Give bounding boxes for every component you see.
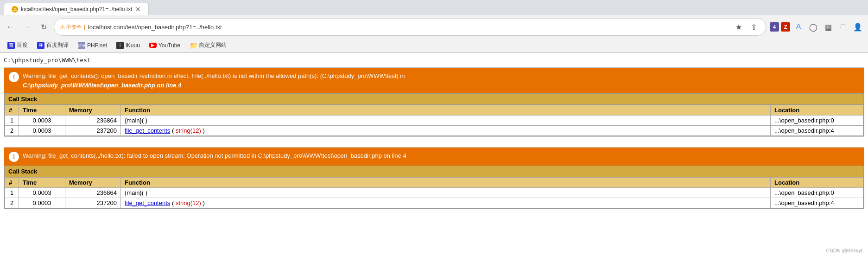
extension-icon-red[interactable]: Z [781,22,790,32]
table-row: 1 0.0003 236864 {main}( ) ...\open_based… [5,116,863,126]
call-stack-table-1: # Time Memory Function Location 1 0.0003… [5,105,863,136]
breadcrumb: C:\phpstudy_pro\WWW\test [4,57,864,64]
bookmark-youtube-label: YouTube [158,42,180,49]
th-num-2: # [5,178,19,188]
back-button[interactable]: ← [4,20,17,33]
function-link[interactable]: file_get_contents [125,127,170,134]
share-button[interactable]: ⇧ [747,20,760,33]
call-stack-table-2: # Time Memory Function Location 1 0.0003… [5,177,863,208]
active-tab[interactable]: ⚠ localhost/test/open_basedir.php?1=../h… [4,3,149,15]
cell-function: file_get_contents ( string(12) ) [121,126,771,136]
warning-text-2: Warning: file_get_contents(../hello.txt)… [23,151,406,161]
cell-function: {main}( ) [121,116,771,126]
bookmarks-bar: 百 百度 译 百度翻译 php PHP.net i iKuuu YouTube [0,39,868,52]
url-text[interactable]: localhost.com/test/open_basedir.php?1=..… [88,24,729,31]
yt-favicon-bg [149,43,157,48]
tab-bar: ⚠ localhost/test/open_basedir.php?1=../h… [0,0,868,15]
address-box: ⚠ 不安全 | localhost.com/test/open_basedir.… [54,18,766,36]
th-location-2: Location [771,178,863,188]
cell-time: 0.0003 [19,116,65,126]
bookmark-ikuuu-label: iKuuu [126,42,140,49]
address-actions: ★ ⇧ [732,20,760,33]
cell-location: ...\open_basedir.php:0 [771,116,863,126]
call-stack-header-1: Call Stack [5,94,863,105]
warning-message-line2-1: C:\phpstudy_pro\WWW\test\open_basedir.ph… [23,82,181,89]
bookmark-custom[interactable]: 📁 自定义网站 [186,40,230,50]
refresh-button[interactable]: ↻ [37,20,50,33]
insecure-label: 不安全 [66,24,82,31]
th-function-1: Function [121,105,771,116]
warning-icon-1: ! [9,72,19,82]
th-memory-1: Memory [65,105,121,116]
cell-memory: 237200 [65,126,121,136]
bookmark-baidu[interactable]: 百 百度 [4,40,32,50]
warning-message-line1-1: Warning: file_get_contents(): open_based… [23,72,405,79]
extensions-button[interactable]: ▦ [822,20,835,33]
window-icon[interactable]: □ [836,20,849,33]
function-arg: string(12) [176,127,201,134]
tab-favicon: ⚠ [12,6,18,13]
warning-header-1: ! Warning: file_get_contents(): open_bas… [4,68,864,93]
cell-num: 2 [5,198,19,208]
page-content: C:\phpstudy_pro\WWW\test ! Warning: file… [0,53,868,218]
table-row: 2 0.0003 237200 file_get_contents ( stri… [5,126,863,136]
forward-button[interactable]: → [20,20,33,33]
youtube-favicon [149,42,157,49]
cell-time: 0.0003 [19,126,65,136]
call-stack-header-2: Call Stack [5,166,863,177]
baidu-favicon: 百 [7,42,15,49]
profile-button[interactable]: 👤 [851,20,864,33]
bookmark-baidu-label: 百度 [17,41,28,49]
function-paren: ( [172,127,176,134]
cell-memory: 236864 [65,116,121,126]
bookmark-custom-label: 自定义网站 [199,41,227,49]
cell-location: ...\open_basedir.php:4 [771,126,863,136]
table-row: 1 0.0003 236864 {main}( ) ...\open_based… [5,188,863,198]
th-time-2: Time [19,178,65,188]
call-stack-section-1: Call Stack # Time Memory Function Locati… [4,93,864,136]
warning-text-1: Warning: file_get_contents(): open_based… [23,71,405,90]
cell-memory: 236864 [65,188,121,198]
insecure-badge: ⚠ 不安全 | [60,24,85,31]
cell-memory: 237200 [65,198,121,208]
bookmark-baidu-translate[interactable]: 译 百度翻译 [33,40,72,50]
tab-title: localhost/test/open_basedir.php?1=../hel… [21,6,133,13]
bookmark-star-button[interactable]: ★ [732,20,745,33]
translate-icon[interactable]: A [792,20,805,33]
bookmark-phpnet[interactable]: php PHP.net [74,41,111,50]
warning-header-2: ! Warning: file_get_contents(../hello.tx… [4,148,864,166]
function-link-2[interactable]: file_get_contents [125,199,170,206]
bookmark-ikuuu[interactable]: i iKuuu [113,41,144,50]
custom-favicon: 📁 [190,42,197,49]
function-close: ) [203,127,204,134]
function-arg-2: string(12) [176,199,201,206]
browser-chrome: ⚠ localhost/test/open_basedir.php?1=../h… [0,0,868,53]
bookmark-baidu-translate-label: 百度翻译 [46,41,69,49]
profile-circle-icon[interactable]: ◯ [807,20,820,33]
table-row: 2 0.0003 237200 file_get_contents ( stri… [5,198,863,208]
phpnet-favicon: php [78,42,85,49]
extension-icon-4[interactable]: 4 [770,22,779,32]
table-header-row-2: # Time Memory Function Location [5,178,863,188]
bookmark-youtube[interactable]: YouTube [146,41,184,50]
warning-block-1: ! Warning: file_get_contents(): open_bas… [4,67,864,137]
call-stack-section-2: Call Stack # Time Memory Function Locati… [4,166,864,209]
cell-location: ...\open_basedir.php:4 [771,198,863,208]
th-function-2: Function [121,178,771,188]
cell-num: 1 [5,188,19,198]
ikuuu-favicon: i [116,42,124,49]
toolbar-icons: 4 Z A ◯ ▦ □ 👤 [770,20,864,33]
address-bar-row: ← → ↻ ⚠ 不安全 | localhost.com/test/open_ba… [0,15,868,39]
tab-close-button[interactable]: ✕ [135,6,141,13]
insecure-icon: ⚠ [60,24,65,31]
function-paren-2: ( [172,199,176,206]
cell-location: ...\open_basedir.php:0 [771,188,863,198]
cell-num: 2 [5,126,19,136]
cell-time: 0.0003 [19,188,65,198]
th-location-1: Location [771,105,863,116]
separator [4,142,864,147]
bookmark-phpnet-label: PHP.net [87,42,107,49]
th-time-1: Time [19,105,65,116]
cell-num: 1 [5,116,19,126]
warning-block-2: ! Warning: file_get_contents(../hello.tx… [4,147,864,209]
